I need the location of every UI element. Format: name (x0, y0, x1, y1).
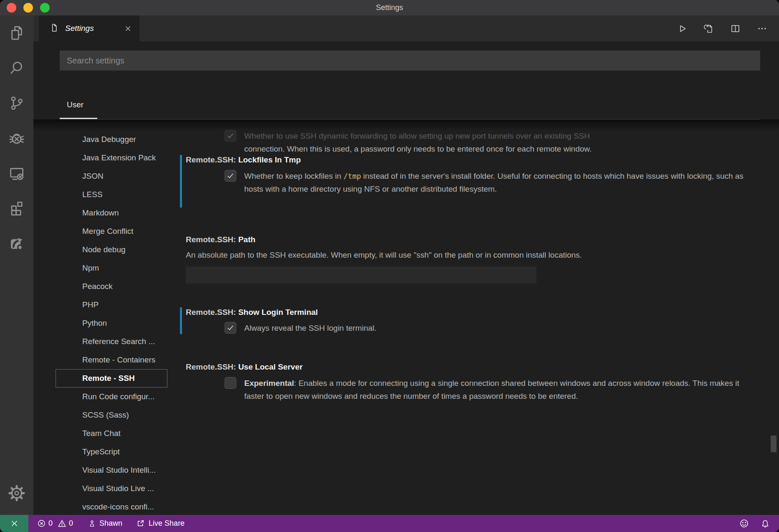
toc-item[interactable]: Python (56, 314, 167, 332)
setting-use-local-server: Remote.SSH: Use Local Server Experimenta… (180, 362, 777, 403)
setting-description: Always reveal the SSH login terminal. (244, 322, 748, 335)
setting-lockfiles-in-tmp: Remote.SSH: Lockfiles In Tmp Whether to … (180, 155, 777, 195)
setting-show-login-terminal: Remote.SSH: Show Login Terminal Always r… (180, 307, 777, 335)
toc-item[interactable]: Remote - SSH (56, 369, 167, 388)
code-span: /tmp (344, 172, 361, 180)
toc-item[interactable]: Peacock (56, 277, 167, 296)
user-account-status[interactable]: Shawn (88, 519, 122, 528)
open-settings-json-icon[interactable] (703, 23, 714, 34)
tab-bar: Settings (33, 15, 779, 41)
setting-path: Remote.SSH: Path An absolute path to the… (180, 235, 777, 284)
extensions-icon[interactable] (0, 191, 33, 226)
split-editor-icon[interactable] (730, 23, 741, 34)
toc-item[interactable]: Team Chat (56, 424, 167, 443)
toc-item[interactable]: Remote - Containers (56, 351, 167, 369)
file-icon (50, 23, 59, 34)
warning-icon (58, 519, 66, 528)
live-share-status[interactable]: Live Share (136, 519, 185, 528)
debug-icon[interactable] (0, 121, 33, 156)
source-control-icon[interactable] (0, 86, 33, 121)
status-bar: 0 0 Shawn Live Share (0, 515, 779, 532)
search-icon[interactable] (0, 51, 33, 86)
setting-title: Remote.SSH: Lockfiles In Tmp (186, 155, 777, 165)
live-share-icon[interactable] (0, 226, 33, 261)
setting-enable-dynamic-forwarding-partial: Whether to use SSH dynamic forwarding to… (180, 125, 777, 155)
tab-settings[interactable]: Settings (39, 15, 139, 41)
toc-item[interactable]: Run Code configur... (56, 388, 167, 406)
error-icon (37, 519, 46, 528)
toc-item[interactable]: Npm (56, 259, 167, 277)
toc-item[interactable]: Node debug (56, 241, 167, 259)
toc-item[interactable]: SCSS (Sass) (56, 406, 167, 424)
scrollbar-thumb[interactable] (771, 436, 776, 452)
live-share-label: Live Share (149, 519, 185, 528)
more-actions-icon[interactable] (756, 23, 768, 34)
setting-description: Whether to keep lockfiles in /tmp instea… (244, 170, 748, 195)
toc-item[interactable]: Merge Conflict (56, 222, 167, 241)
remote-indicator[interactable] (0, 515, 28, 532)
toc-item[interactable]: Java Debugger (56, 130, 167, 149)
toc-item[interactable]: Visual Studio Intelli... (56, 461, 167, 479)
problems-status[interactable]: 0 0 (37, 519, 73, 528)
modified-indicator (180, 155, 182, 208)
use-local-server-checkbox[interactable] (225, 377, 236, 389)
user-name: Shawn (99, 519, 122, 528)
toc-item[interactable]: JSON (56, 167, 167, 185)
search-settings-input[interactable] (60, 51, 760, 71)
setting-description: Whether to use SSH dynamic forwarding to… (244, 130, 748, 155)
toc-item[interactable]: vscode-icons confi... (56, 498, 167, 515)
toc-item[interactable]: Visual Studio Live ... (56, 479, 167, 498)
modified-indicator (180, 307, 182, 334)
run-icon[interactable] (676, 23, 688, 34)
settings-editor: Settings (33, 15, 779, 515)
zoom-traffic-light[interactable] (40, 3, 50, 13)
header-divider (60, 119, 760, 119)
minimize-traffic-light[interactable] (23, 3, 33, 13)
close-icon[interactable] (124, 25, 132, 33)
status-bar-right (739, 519, 779, 528)
warning-count: 0 (69, 519, 73, 528)
setting-title: Remote.SSH: Use Local Server (186, 362, 777, 372)
setting-title: Remote.SSH: Show Login Terminal (186, 307, 777, 317)
remote-explorer-icon[interactable] (0, 156, 33, 191)
window-title: Settings (0, 0, 779, 15)
show-login-terminal-checkbox[interactable] (225, 322, 236, 334)
person-icon (88, 519, 96, 527)
close-traffic-light[interactable] (7, 3, 16, 13)
activity-bar (0, 15, 33, 515)
title-bar: Settings (0, 0, 779, 15)
error-count: 0 (48, 519, 53, 528)
settings-gear-icon[interactable] (0, 484, 33, 502)
path-value-input[interactable] (186, 266, 536, 284)
vscode-window: Settings (0, 0, 779, 532)
toc-item[interactable]: Java Extension Pack (56, 149, 167, 167)
remote-icon (10, 519, 19, 528)
tab-label: Settings (65, 24, 94, 33)
live-share-external-icon (136, 519, 145, 528)
toc-item[interactable]: Markdown (56, 204, 167, 222)
toc-item[interactable]: TypeScript (56, 443, 167, 461)
explorer-icon[interactable] (0, 15, 33, 51)
setting-description: An absolute path to the SSH executable. … (186, 249, 777, 261)
checkbox-checked[interactable] (225, 130, 236, 142)
notifications-bell-icon[interactable] (761, 519, 770, 528)
tab-user-scope[interactable]: User (67, 99, 83, 110)
setting-title: Remote.SSH: Path (186, 235, 777, 245)
toc-item[interactable]: LESS (56, 185, 167, 204)
settings-toc: Java Debugger Java Extension Pack JSON L… (56, 130, 167, 515)
lockfiles-checkbox[interactable] (225, 170, 236, 182)
setting-description: Experimental: Enables a mode for connect… (244, 377, 748, 403)
editor-actions (676, 15, 768, 41)
feedback-smiley-icon[interactable] (739, 519, 749, 528)
toc-item[interactable]: Reference Search ... (56, 332, 167, 351)
toc-item[interactable]: PHP (56, 296, 167, 314)
